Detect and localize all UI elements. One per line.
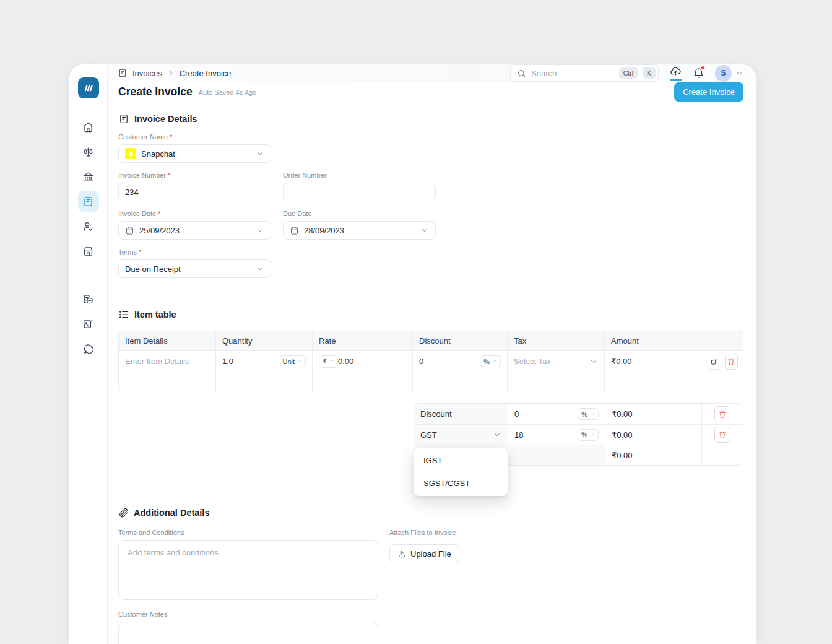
breadcrumb-invoices-link[interactable]: Invoices: [132, 69, 162, 78]
empty-cell: [605, 372, 701, 393]
tax-option-igst[interactable]: IGST: [414, 449, 508, 472]
label-text: Invoice Date: [118, 210, 156, 217]
customer-notes-textarea[interactable]: [118, 622, 378, 644]
additional-details-title: Additional Details: [134, 508, 209, 518]
sidebar-item-store[interactable]: [78, 240, 99, 261]
sidebar-item-coins[interactable]: [78, 289, 99, 310]
invoice-date-picker[interactable]: 25/09/2023: [118, 221, 271, 240]
calendar-icon: [125, 226, 134, 235]
col-quantity: Quantity: [216, 331, 313, 351]
summary-discount-actions: [701, 404, 743, 424]
unit-selector[interactable]: Unit: [279, 355, 306, 367]
col-item-details: Item Details: [119, 331, 216, 351]
percent-symbol: %: [581, 431, 587, 438]
label-text: Terms and Conditions: [118, 529, 184, 536]
sidebar-item-support[interactable]: [78, 338, 99, 359]
invoice-details-title: Invoice Details: [134, 114, 197, 124]
search-input[interactable]: [531, 69, 614, 78]
chevron-down-icon: [589, 411, 595, 417]
summary-panel: Discount % ₹0.00: [414, 403, 743, 466]
chevron-down-icon: [329, 359, 334, 364]
summary-tax-unit-selector[interactable]: %: [578, 429, 599, 441]
upload-button-label: Upload File: [410, 549, 451, 559]
discount-input[interactable]: [419, 357, 456, 366]
duplicate-icon: [710, 357, 719, 366]
invoice-date-group: Invoice Date * 25/09/2023: [118, 210, 271, 240]
delete-row-button[interactable]: [725, 354, 739, 370]
chevron-down-icon: [735, 69, 743, 77]
trash-icon: [727, 357, 735, 366]
number-row: Invoice Number * Order Number: [118, 172, 743, 209]
invoice-number-input[interactable]: [125, 188, 264, 197]
empty-cell: [119, 372, 216, 393]
upload-file-button[interactable]: Upload File: [389, 544, 459, 564]
topbar: Invoices Create Invoice Ctrl K: [108, 64, 756, 82]
quantity-input[interactable]: [222, 357, 259, 366]
item-details-input[interactable]: [125, 357, 209, 366]
sidebar-item-customers[interactable]: [78, 215, 99, 237]
sync-progress-bar: [670, 79, 682, 80]
tax-option-sgst-cgst[interactable]: SGST/CGST: [414, 472, 508, 495]
app-logo[interactable]: [78, 77, 99, 98]
sidebar-item-home[interactable]: [78, 116, 99, 137]
invoice-date-value: 25/09/2023: [139, 226, 251, 235]
sync-status-button[interactable]: [669, 66, 682, 80]
summary-tax-input[interactable]: [514, 430, 552, 440]
brand-m-icon: [82, 81, 95, 95]
delete-tax-button[interactable]: [714, 427, 730, 443]
invoice-document-icon: [82, 196, 94, 207]
summary-discount-input[interactable]: [514, 409, 552, 419]
terms-conditions-group: Terms and Conditions Customer Notes: [118, 529, 378, 644]
empty-cell: [413, 372, 508, 393]
chevron-down-icon: [589, 357, 598, 366]
create-invoice-button[interactable]: Create Invoice: [674, 82, 743, 102]
label-text: Terms: [118, 248, 137, 256]
terms-row: Terms * Due on Receipt: [118, 248, 743, 285]
required-asterisk: *: [168, 172, 170, 179]
chevron-down-icon: [256, 226, 264, 235]
notifications-button[interactable]: [693, 67, 704, 79]
customer-name-select[interactable]: Snapchat: [118, 144, 271, 163]
list-icon: [118, 309, 129, 320]
delete-discount-button[interactable]: [714, 406, 730, 422]
paperclip-icon: [118, 507, 129, 518]
search-box[interactable]: Ctrl K: [510, 64, 659, 82]
invoice-number-group: Invoice Number *: [118, 172, 271, 201]
additional-details-heading: Additional Details: [118, 507, 743, 518]
discount-unit-selector[interactable]: %: [480, 355, 501, 367]
label-text: Invoice Number: [118, 172, 166, 179]
summary-tax-type-select[interactable]: GST: [414, 424, 508, 445]
row-actions-cell: [701, 351, 743, 372]
terms-conditions-label: Terms and Conditions: [118, 529, 378, 536]
breadcrumb: Invoices Create Invoice: [118, 68, 232, 78]
order-number-input[interactable]: [290, 188, 429, 197]
sidebar-item-bank[interactable]: [78, 166, 99, 187]
sidebar-item-invoices[interactable]: [78, 191, 99, 212]
discount-cell: %: [413, 351, 508, 372]
customer-name-label: Customer Name *: [118, 133, 271, 141]
due-date-picker[interactable]: 28/09/2023: [283, 221, 436, 240]
order-number-label: Order Number: [283, 172, 436, 179]
terms-select[interactable]: Due on Receipt: [118, 259, 271, 278]
invoice-details-heading: Invoice Details: [118, 113, 743, 124]
order-number-group: Order Number: [283, 172, 436, 201]
terms-value: Due on Receipt: [125, 264, 251, 274]
item-details-cell: [119, 351, 216, 372]
currency-selector[interactable]: ₹: [319, 355, 338, 368]
order-number-field: [283, 183, 436, 201]
summary-discount-input-cell: %: [508, 404, 605, 424]
rate-input[interactable]: [338, 357, 375, 366]
terms-conditions-textarea[interactable]: [118, 540, 378, 600]
user-menu[interactable]: S: [715, 65, 743, 82]
customer-notes-group: Customer Notes: [118, 611, 378, 644]
invoice-number-field: [118, 183, 271, 201]
sidebar-item-scales[interactable]: [78, 141, 99, 162]
sidebar-item-image-export[interactable]: [78, 313, 99, 334]
tax-select[interactable]: Select Tax: [514, 357, 551, 366]
customer-row: Customer Name * Snapchat: [118, 133, 743, 170]
bank-icon: [82, 171, 94, 183]
attach-files-group: Attach Files to Invoice Upload File: [389, 529, 459, 644]
summary-discount-unit-selector[interactable]: %: [578, 408, 599, 420]
duplicate-row-button[interactable]: [708, 354, 721, 370]
app-window: Invoices Create Invoice Ctrl K: [69, 64, 756, 644]
